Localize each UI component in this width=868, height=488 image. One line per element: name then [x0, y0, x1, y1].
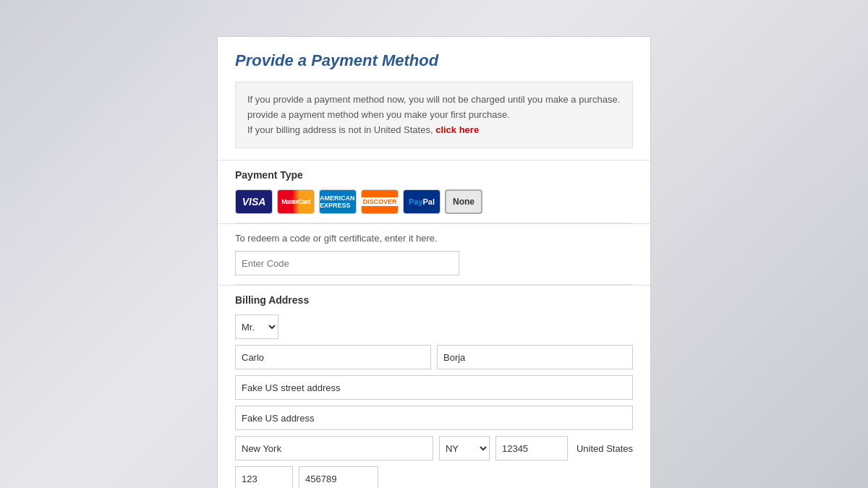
paypal-card-icon[interactable]: PayPal — [403, 189, 441, 214]
payment-type-label: Payment Type — [235, 169, 633, 181]
billing-section: Billing Address Mr. Mrs. Ms. Dr. NY CA — [218, 285, 650, 488]
salutation-row: Mr. Mrs. Ms. Dr. — [235, 314, 633, 339]
street-row — [235, 375, 633, 400]
none-card-icon[interactable]: None — [445, 189, 482, 214]
phone2-input[interactable] — [299, 466, 378, 488]
mastercard-card-icon[interactable]: MasterCard — [277, 189, 315, 214]
street-input[interactable] — [235, 375, 633, 400]
click-here-link[interactable]: click here — [435, 124, 479, 135]
info-box: If you provide a payment method now, you… — [235, 82, 633, 148]
billing-label: Billing Address — [235, 294, 633, 306]
name-row — [235, 345, 633, 369]
info-line2: provide a payment method when you make y… — [247, 109, 510, 120]
payment-type-section: Payment Type VISA MasterCard AMERICAN EX… — [218, 160, 650, 223]
address2-input[interactable] — [235, 406, 633, 430]
address2-row — [235, 406, 633, 430]
city-state-zip-row: NY CA TX FL United States — [235, 436, 633, 461]
redeem-code-input[interactable] — [235, 251, 459, 275]
state-select[interactable]: NY CA TX FL — [439, 436, 490, 461]
first-name-input[interactable] — [235, 345, 431, 369]
salutation-select[interactable]: Mr. Mrs. Ms. Dr. — [235, 314, 278, 339]
info-line3-prefix: If your billing address is not in United… — [247, 124, 433, 135]
payment-form-container: Provide a Payment Method If you provide … — [217, 36, 651, 488]
city-input[interactable] — [235, 436, 433, 461]
payment-icons-row: VISA MasterCard AMERICAN EXPRESS DISCOVE… — [235, 189, 633, 214]
page-header: Provide a Payment Method — [218, 37, 650, 82]
visa-card-icon[interactable]: VISA — [235, 189, 273, 214]
redeem-text: To redeem a code or gift certificate, en… — [235, 233, 633, 244]
zip-input[interactable] — [495, 436, 568, 461]
last-name-input[interactable] — [437, 345, 633, 369]
redeem-section: To redeem a code or gift certificate, en… — [218, 223, 650, 284]
page-title: Provide a Payment Method — [235, 51, 633, 70]
info-line1: If you provide a payment method now, you… — [247, 94, 620, 105]
amex-card-icon[interactable]: AMERICAN EXPRESS — [319, 189, 357, 214]
discover-card-icon[interactable]: DISCOVER — [361, 189, 399, 214]
phone-row — [235, 466, 633, 488]
country-text: United States — [574, 443, 633, 454]
phone1-input[interactable] — [235, 466, 293, 488]
